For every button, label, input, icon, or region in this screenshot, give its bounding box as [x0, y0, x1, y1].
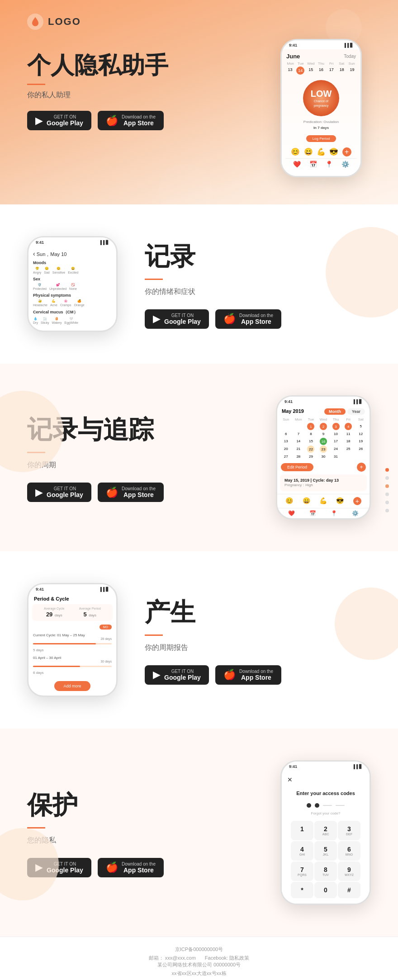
section2-phone-mockup: 9:41 ▐▐ ▊ May 2019 Month Year Sun Mon Tu…: [276, 395, 371, 520]
section2-app-store-button[interactable]: 🍎 Download on the App Store: [98, 483, 164, 502]
hero-phone-screen: June Today MonTueWedThuFriSatSun 13 14 1…: [282, 49, 360, 176]
hero-subtitle: 你的私人助理: [27, 90, 168, 100]
section3-phone-mockup: 9:41 ▐▐ ▊ Period & Cycle Average Cycle 2…: [27, 583, 118, 697]
section4-text: 保护 您的隐私 ▶ GET IT ON Google Play 🍎 Downlo…: [27, 788, 253, 877]
section3-text: 产生 你的周期报告 ▶ GET IT ON Google Play 🍎 Down…: [145, 596, 371, 685]
footer-company: 某公司网络技术有限公司 00000000号: [27, 961, 371, 968]
footer: 京ICP备000000000号 邮箱： xxx@xxx.com Facebook…: [0, 937, 398, 980]
nav-dot-4[interactable]: [385, 492, 389, 496]
footer-email: 邮箱： xxx@xxx.com: [149, 955, 196, 961]
edit-period-btn[interactable]: Edit Period: [281, 463, 313, 471]
section2-subtitle: 你的周期: [27, 460, 249, 470]
numpad-1[interactable]: 1: [291, 821, 313, 840]
section4-phone-mockup: 9:41 ▐▐ ▊ ✕ Enter your access codes Forg…: [280, 760, 371, 905]
section2-phone: 9:41 ▐▐ ▊ May 2019 Month Year Sun Mon Tu…: [276, 395, 371, 520]
section1-phone-mockup: 9:41 ▐▐ ▊ ‹ Sun，May 10 Moods 😤Angry 😔Sad…: [27, 236, 118, 332]
apple-icon-4: 🍎: [223, 669, 236, 681]
section4-row: 9:41 ▐▐ ▊ ✕ Enter your access codes Forg…: [27, 760, 371, 905]
logo: LOGO: [27, 14, 371, 30]
section3-divider: [145, 634, 163, 636]
section4-app-store-button[interactable]: 🍎 Download on the App Store: [98, 858, 164, 877]
section3-phone-screen: Period & Cycle Average Cycle 29 days Ave…: [28, 593, 116, 691]
log-period-btn[interactable]: Log Period: [306, 135, 336, 142]
section2-cal-grid: Sun Mon Tue Wed Thu Fri Sat 1 2 3 4 5: [277, 417, 370, 460]
section1-app-store-button[interactable]: 🍎 Download on the App Store: [215, 309, 281, 329]
section4-phone: 9:41 ▐▐ ▊ ✕ Enter your access codes Forg…: [280, 760, 371, 905]
numpad-star[interactable]: *: [291, 882, 313, 898]
google-play-icon-2: ▶: [153, 313, 161, 325]
section2-store-buttons: ▶ GET IT ON Google Play 🍎 Download on th…: [27, 483, 249, 502]
apple-icon-3: 🍎: [106, 487, 118, 498]
numpad-5[interactable]: 5JKL: [314, 841, 337, 861]
hero-cal-days: MonTueWedThuFriSatSun: [285, 62, 357, 66]
numpad-7[interactable]: 7PQRS: [291, 862, 313, 881]
hero-phone-mockup: 9:41 ▐▐ ▊ June Today MonTueWedThuFriSatS…: [280, 39, 362, 177]
hero-phone: 9:41 ▐▐ ▊ June Today MonTueWedThuFriSatS…: [280, 39, 371, 177]
section1-phone-screen: ‹ Sun，May 10 Moods 😤Angry 😔Sad 😊Sensitiv…: [28, 246, 116, 331]
numpad: 1 2ABC 3DEF 4GHI 5JKL 6MNO 7PQRS 8TUV 9W…: [291, 821, 360, 898]
section4-divider: [27, 827, 45, 829]
google-play-icon: ▶: [35, 115, 43, 127]
hero-app-store-button[interactable]: 🍎 Download on the App Store: [98, 111, 164, 130]
section1-phone: 9:41 ▐▐ ▊ ‹ Sun，May 10 Moods 😤Angry 😔Sad…: [27, 236, 118, 332]
nav-dot-5[interactable]: [385, 501, 389, 504]
hero-apple-small-label: Download on the: [122, 114, 156, 119]
section3-subtitle: 你的周期报告: [145, 643, 371, 653]
add-more-button[interactable]: Add more: [54, 681, 90, 691]
hero-section: LOGO 个人隐私助手 你的私人助理 ▶ GET IT ON Google Pl…: [0, 0, 398, 204]
section1-store-buttons: ▶ GET IT ON Google Play 🍎 Download on th…: [145, 309, 371, 329]
logo-text: LOGO: [48, 16, 81, 28]
section4-title: 保护: [27, 788, 253, 823]
section2-row: 9:41 ▐▐ ▊ May 2019 Month Year Sun Mon Tu…: [27, 395, 371, 520]
apple-icon: 🍎: [106, 115, 118, 127]
hero-low-circle: LOW Chance ofpregnancy: [303, 80, 339, 116]
section-record-row: 9:41 ▐▐ ▊ ‹ Sun，May 10 Moods 😤Angry 😔Sad…: [27, 236, 371, 332]
hero-apple-label: App Store: [122, 119, 156, 127]
numpad-8[interactable]: 8TUV: [314, 862, 337, 881]
section2-google-play-button[interactable]: ▶ GET IT ON Google Play: [27, 483, 91, 502]
numpad-9[interactable]: 9WXYZ: [338, 862, 360, 881]
apple-icon-2: 🍎: [223, 313, 236, 325]
hero-cal-header: June Today: [285, 53, 357, 60]
google-play-icon-4: ▶: [153, 669, 161, 681]
section1-divider: [145, 279, 163, 280]
hero-cal-dates: 13 14 15 16 17 18 19: [285, 66, 357, 75]
section4-store-buttons: ▶ GET IT ON Google Play 🍎 Download on th…: [27, 858, 253, 877]
footer-links: 邮箱： xxx@xxx.com Facebook: 隐私政策: [27, 955, 371, 961]
hero-phone-status-bar: 9:41 ▐▐ ▊: [282, 40, 360, 49]
section-track: 9:41 ▐▐ ▊ May 2019 Month Year Sun Mon Tu…: [0, 364, 398, 551]
section3-google-play-button[interactable]: ▶ GET IT ON Google Play: [145, 665, 209, 685]
section3-app-store-button[interactable]: 🍎 Download on the App Store: [215, 665, 281, 685]
nav-dot-1[interactable]: [385, 468, 389, 472]
nav-dot-3[interactable]: [385, 484, 389, 488]
numpad-3[interactable]: 3DEF: [338, 821, 360, 840]
section3-row: 9:41 ▐▐ ▊ Period & Cycle Average Cycle 2…: [27, 583, 371, 697]
hero-google-play-button[interactable]: ▶ GET IT ON Google Play: [27, 111, 91, 130]
numpad-2[interactable]: 2ABC: [314, 821, 337, 840]
section4-phone-screen: ✕ Enter your access codes Forgot your co…: [282, 771, 370, 904]
hero-title: 个人隐私助手: [27, 52, 168, 78]
section4-subtitle: 您的隐私: [27, 836, 253, 845]
nav-dot-2[interactable]: [385, 476, 389, 480]
section-protect: 9:41 ▐▐ ▊ ✕ Enter your access codes Forg…: [0, 729, 398, 937]
logo-icon: [27, 14, 43, 30]
hero-store-buttons: ▶ GET IT ON Google Play 🍎 Download on th…: [27, 111, 168, 130]
hero-google-label: Google Play: [47, 119, 83, 127]
hero-left: 个人隐私助手 你的私人助理 ▶ GET IT ON Google Play 🍎 …: [27, 43, 168, 130]
numpad-6[interactable]: 6MNO: [338, 841, 360, 861]
numpad-hash[interactable]: #: [338, 882, 360, 898]
hero-divider: [27, 84, 45, 85]
section-generate: 9:41 ▐▐ ▊ Period & Cycle Average Cycle 2…: [0, 551, 398, 729]
footer-icp: 京ICP备000000000号: [27, 946, 371, 953]
section-record: 9:41 ▐▐ ▊ ‹ Sun，May 10 Moods 😤Angry 😔Sad…: [0, 204, 398, 364]
footer-facebook: Facebook: 隐私政策: [205, 955, 249, 961]
hero-content: 个人隐私助手 你的私人助理 ▶ GET IT ON Google Play 🍎 …: [27, 43, 371, 177]
numpad-0[interactable]: 0: [314, 882, 337, 898]
apple-icon-5: 🍎: [106, 862, 118, 873]
google-play-icon-3: ▶: [35, 487, 43, 498]
section1-google-play-button[interactable]: ▶ GET IT ON Google Play: [145, 309, 209, 329]
numpad-4[interactable]: 4GHI: [291, 841, 313, 861]
section3-store-buttons: ▶ GET IT ON Google Play 🍎 Download on th…: [145, 665, 371, 685]
nav-dot-6[interactable]: [385, 509, 389, 512]
section3-phone: 9:41 ▐▐ ▊ Period & Cycle Average Cycle 2…: [27, 583, 118, 697]
